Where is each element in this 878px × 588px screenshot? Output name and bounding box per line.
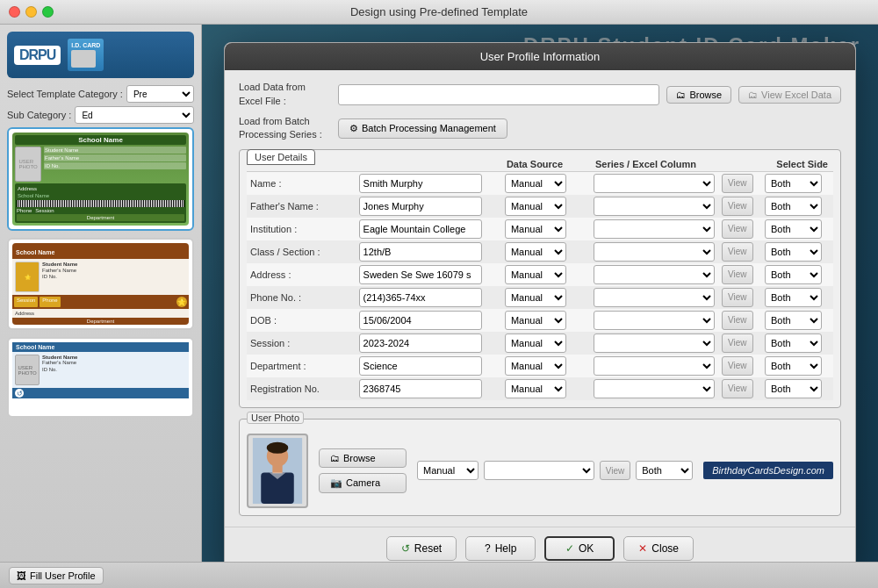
- help-button[interactable]: ? Help: [465, 536, 536, 561]
- user-profile-dialog: User Profile Information Load Data fromE…: [224, 42, 856, 570]
- side-select-6[interactable]: Both Front Back: [765, 311, 822, 330]
- photo-controls-right: Manual Excel View Both Front: [417, 461, 693, 480]
- side-select-1[interactable]: Both Front Back: [765, 197, 822, 216]
- field-value-input-5[interactable]: [359, 288, 482, 307]
- view-btn-0[interactable]: View: [722, 174, 753, 193]
- fill-user-profile-button[interactable]: 🖼 Fill User Profile: [9, 567, 104, 584]
- col-select-1[interactable]: [594, 197, 715, 216]
- view-btn-2[interactable]: View: [722, 219, 753, 239]
- source-select-1[interactable]: Manual Excel Series: [505, 197, 566, 216]
- person-photo-svg: [251, 438, 304, 504]
- template-category-row: Select Template Category : Pre: [7, 85, 194, 103]
- sub-category-label: Sub Category :: [7, 110, 71, 120]
- close-icon: ✕: [638, 542, 647, 555]
- field-value-input-2[interactable]: [359, 219, 482, 239]
- table-row: Department : Manual Excel Series View Bo…: [247, 355, 833, 377]
- sub-category-row: Sub Category : Ed: [7, 106, 194, 124]
- source-select-2[interactable]: Manual Excel Series: [505, 219, 566, 239]
- side-select-3[interactable]: Both Front Back: [765, 242, 822, 262]
- view-btn-7[interactable]: View: [722, 333, 753, 353]
- window-controls[interactable]: [9, 6, 54, 18]
- field-value-input-1[interactable]: [359, 197, 482, 216]
- load-excel-label: Load Data fromExcel File :: [239, 81, 331, 108]
- browse-excel-button[interactable]: 🗂 Browse: [666, 86, 731, 104]
- photo-view-button[interactable]: View: [600, 461, 631, 480]
- field-label-2: Institution :: [250, 224, 297, 234]
- source-select-8[interactable]: Manual Excel Series: [505, 356, 566, 376]
- side-select-4[interactable]: Both Front Back: [765, 265, 822, 284]
- field-value-input-4[interactable]: [359, 265, 482, 284]
- card1-school-name: School Name: [15, 135, 186, 145]
- col-select-5[interactable]: [594, 288, 715, 307]
- col-select-6[interactable]: [594, 311, 715, 330]
- photo-camera-button[interactable]: 📷 Camera: [319, 473, 407, 493]
- source-select-3[interactable]: Manual Excel Series: [505, 242, 566, 262]
- field-value-input-3[interactable]: [359, 242, 482, 262]
- source-select-0[interactable]: Manual Excel Series: [505, 174, 566, 193]
- field-value-input-9[interactable]: [359, 379, 482, 398]
- template-card-2[interactable]: School Name ⭐ Student Name Father's Name…: [7, 238, 194, 330]
- batch-processing-row: Load from BatchProcessing Series : ⚙ Bat…: [239, 115, 841, 142]
- side-select-0[interactable]: Both Front Back: [765, 174, 822, 193]
- field-value-input-8[interactable]: [359, 356, 482, 376]
- source-select-5[interactable]: Manual Excel Series: [505, 288, 566, 307]
- col-select-3[interactable]: [594, 242, 715, 262]
- photo-browse-icon: 🗂: [330, 453, 340, 463]
- col-select-4[interactable]: [594, 265, 715, 284]
- drpu-logo: DRPU: [14, 46, 61, 65]
- table-row: Name : Manual Excel Series View Both Fro…: [247, 171, 833, 195]
- col-select-2[interactable]: [594, 219, 715, 239]
- view-btn-3[interactable]: View: [722, 242, 753, 262]
- sub-category-select[interactable]: Ed: [75, 106, 194, 124]
- help-icon: ?: [485, 542, 491, 555]
- photo-col-select[interactable]: [484, 461, 594, 480]
- template-card-1[interactable]: School Name USERPHOTO Student Name Fathe…: [7, 127, 194, 231]
- field-label-8: Department :: [250, 361, 306, 371]
- col-select-8[interactable]: [594, 356, 715, 376]
- view-btn-5[interactable]: View: [722, 288, 753, 307]
- template-card-3[interactable]: School Name USERPHOTO Student Name Fathe…: [7, 337, 194, 418]
- table-row: Class / Section : Manual Excel Series Vi…: [247, 240, 833, 263]
- view-btn-6[interactable]: View: [722, 311, 753, 330]
- side-select-2[interactable]: Both Front Back: [765, 219, 822, 239]
- dialog-title: User Profile Information: [480, 50, 601, 63]
- source-select-6[interactable]: Manual Excel Series: [505, 311, 566, 330]
- table-row: Session : Manual Excel Series View Both …: [247, 332, 833, 355]
- batch-processing-button[interactable]: ⚙ Batch Processing Management: [338, 118, 507, 139]
- view-btn-9[interactable]: View: [722, 379, 753, 398]
- table-row: Registration No. Manual Excel Series Vie…: [247, 377, 833, 400]
- side-select-9[interactable]: Both Front Back: [765, 379, 822, 398]
- col-select-9[interactable]: [594, 379, 715, 398]
- reset-button[interactable]: ↺ Reset: [386, 536, 457, 561]
- view-excel-button[interactable]: 🗂 View Excel Data: [738, 86, 841, 104]
- field-value-input-0[interactable]: [359, 174, 482, 193]
- close-window-button[interactable]: [9, 6, 20, 18]
- fill-profile-icon: 🖼: [17, 570, 26, 581]
- view-btn-8[interactable]: View: [722, 356, 753, 376]
- minimize-window-button[interactable]: [25, 6, 37, 18]
- view-excel-icon: 🗂: [748, 90, 758, 100]
- card2-preview: School Name ⭐ Student Name Father's Name…: [12, 243, 189, 325]
- field-value-input-6[interactable]: [359, 311, 482, 330]
- col-select-0[interactable]: [594, 174, 715, 193]
- view-btn-4[interactable]: View: [722, 265, 753, 284]
- maximize-window-button[interactable]: [42, 6, 54, 18]
- side-select-7[interactable]: Both Front Back: [765, 333, 822, 353]
- ok-button[interactable]: ✓ OK: [544, 536, 615, 561]
- close-button[interactable]: ✕ Close: [623, 536, 694, 561]
- source-select-7[interactable]: Manual Excel Series: [505, 333, 566, 353]
- excel-file-input[interactable]: [338, 84, 659, 105]
- side-select-8[interactable]: Both Front Back: [765, 356, 822, 376]
- view-btn-1[interactable]: View: [722, 197, 753, 216]
- col-select-7[interactable]: [594, 333, 715, 353]
- source-select-4[interactable]: Manual Excel Series: [505, 265, 566, 284]
- photo-browse-button[interactable]: 🗂 Browse: [319, 448, 407, 468]
- photo-source-select[interactable]: Manual Excel: [417, 461, 479, 480]
- batch-processing-label: Load from BatchProcessing Series :: [239, 115, 331, 142]
- dialog-title-bar: User Profile Information: [225, 43, 855, 70]
- source-select-9[interactable]: Manual Excel Series: [505, 379, 566, 398]
- field-value-input-7[interactable]: [359, 333, 482, 353]
- template-category-select[interactable]: Pre: [126, 85, 194, 103]
- side-select-5[interactable]: Both Front Back: [765, 288, 822, 307]
- photo-side-select[interactable]: Both Front Back: [636, 461, 693, 480]
